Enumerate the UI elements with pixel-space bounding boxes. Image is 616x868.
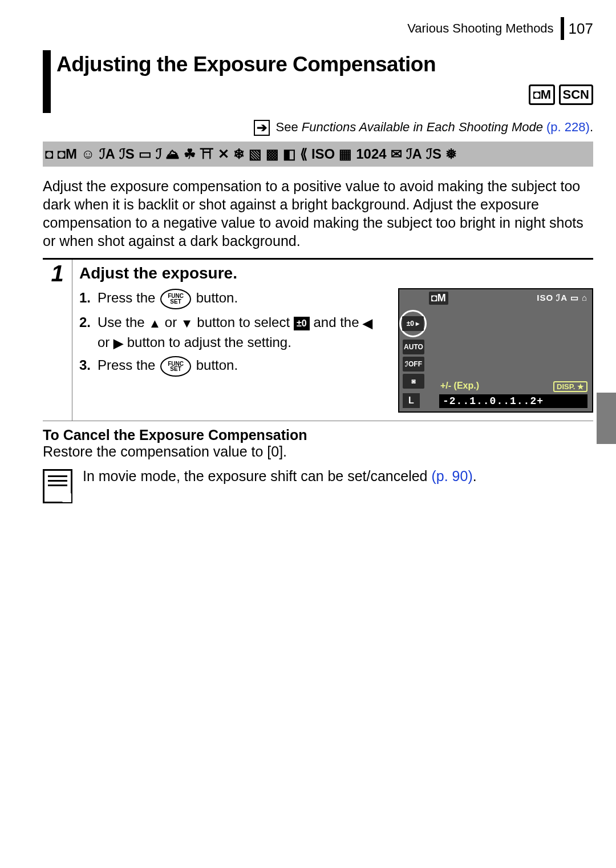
title-row: Adjusting the Exposure Compensation ◘M S… [43,50,593,113]
lcd-disp-badge: DISP. [553,381,587,392]
step-number: 1 [43,260,72,421]
mode-strip-icon: ℐS [119,146,135,162]
exposure-comp-icon: ±0 [294,317,310,330]
step-block: 1 Adjust the exposure. 1. Press the FUNC… [43,258,593,421]
lcd-size-badge: L [403,393,420,408]
step2-text-e: or [98,334,114,350]
mode-strip-icon: ⟪ [300,146,307,162]
mode-strip-icon: ℐS [426,146,441,162]
mode-strip-icon: ▭ [139,146,152,162]
mode-strip-icon: ☘ [184,146,196,162]
note-block: In movie mode, the exposure shift can be… [43,468,593,503]
lcd-left-icon: AUTO [403,340,424,354]
list-item: 3. Press the FUNCSET button. [79,356,388,377]
step2-text-d: and the [313,314,363,330]
mode-strip-icon: ⛩ [200,146,214,162]
step-instruction-list: 1. Press the FUNCSET button. 2. Use t [79,288,388,413]
step2-text-c: button to select [197,314,293,330]
camera-lcd-illustration: ◘M ISO ℐA ▭ ⌂ ±0 ▸ AUTO ℐOFF ◙ L +/- (Ex… [398,288,593,413]
see-period: . [590,120,593,134]
title-accent-bar [43,50,51,113]
page-header: Various Shooting Methods 107 [43,17,593,40]
mode-strip-icon: ℐ [156,146,162,162]
mode-strip-icon: ⛰ [166,146,180,162]
mode-strip-icon: ◧ [283,146,296,162]
cancel-heading: To Cancel the Exposure Compensation [43,427,593,443]
badge-camera-m: ◘M [529,84,555,105]
arrow-right-icon: ➔ [254,120,270,136]
header-divider [561,17,564,40]
mode-strip-icon: ❄ [233,146,245,162]
func-set-button-icon: FUNCSET [160,289,191,309]
lcd-mode-indicator: ◘M [429,292,448,305]
step3-text-a: Press the [98,357,159,373]
note-period: . [473,468,477,484]
mode-strip-icon: ✕ [218,146,229,162]
note-page-link[interactable]: (p. 90) [431,468,472,484]
note-document-icon [43,469,72,503]
mode-strip-icon: ☺ [81,146,95,162]
badge-scn: SCN [559,84,593,105]
list-item: 1. Press the FUNCSET button. [79,288,388,309]
mode-strip-icon: ◘M [58,146,78,162]
page-number: 107 [569,20,593,38]
lcd-exposure-label: +/- (Exp.) [440,381,479,391]
mode-dial-badges: ◘M SCN [56,84,593,105]
cancel-text: Restore the compensation value to [0]. [43,443,593,460]
see-prefix: See [276,120,302,134]
lcd-exposure-scale: -2..1..0..1..2+ [439,394,587,408]
mode-strip-icon: ℐA [99,146,115,162]
arrow-up-icon: ▲ [148,316,161,330]
mode-strip-icon: ▩ [266,146,279,162]
func-set-button-icon: FUNCSET [160,356,191,377]
lcd-left-icon: ◙ [403,374,424,389]
step2-text-b: or [165,314,181,330]
lcd-highlighted-item: ±0 ▸ [399,310,427,337]
step1-text-b: button. [196,290,238,305]
mode-strip-icon: ℐA [406,146,422,162]
note-text: In movie mode, the exposure shift can be… [83,468,431,484]
step1-text-a: Press the [98,290,159,305]
arrow-left-icon: ◀ [363,316,372,330]
mode-strip-icon: ISO [311,146,335,162]
step2-text-f: button to adjust the setting. [127,334,291,350]
step-title: Adjust the exposure. [79,264,593,282]
lcd-left-column: ±0 ▸ AUTO ℐOFF ◙ [403,292,430,389]
side-tab-indicator [597,393,616,444]
mode-strip-icon: 1024 [356,146,386,162]
shooting-mode-strip: ◘ ◘M ☺ ℐA ℐS ▭ ℐ ⛰ ☘ ⛩ ✕ ❄ ▧ ▩ ◧ ⟪ ISO ▦… [43,142,593,167]
mode-strip-icon: ✉ [391,146,402,162]
arrow-right-icon: ▶ [114,336,123,350]
page-title: Adjusting the Exposure Compensation [56,50,593,76]
mode-strip-icon: ▦ [339,146,352,162]
mode-strip-icon: ❅ [445,146,457,162]
arrow-down-icon: ▼ [181,316,193,330]
see-page-link[interactable]: (p. 228) [546,120,590,134]
step3-text-b: button. [196,357,238,373]
see-reference: ➔ See Functions Available in Each Shooti… [43,120,593,136]
lcd-left-icon: ℐOFF [403,357,424,372]
see-text: Functions Available in Each Shooting Mod… [302,120,546,134]
step2-text-a: Use the [98,314,148,330]
mode-strip-icon: ▧ [249,146,262,162]
list-item: 2. Use the ▲ or ▼ button to select ±0 an… [79,313,388,353]
lcd-top-right-icons: ISO ℐA ▭ ⌂ [537,293,587,303]
intro-paragraph: Adjust the exposure compensation to a po… [43,177,593,250]
mode-strip-icon: ◘ [45,146,54,162]
section-label: Various Shooting Methods [407,21,553,36]
